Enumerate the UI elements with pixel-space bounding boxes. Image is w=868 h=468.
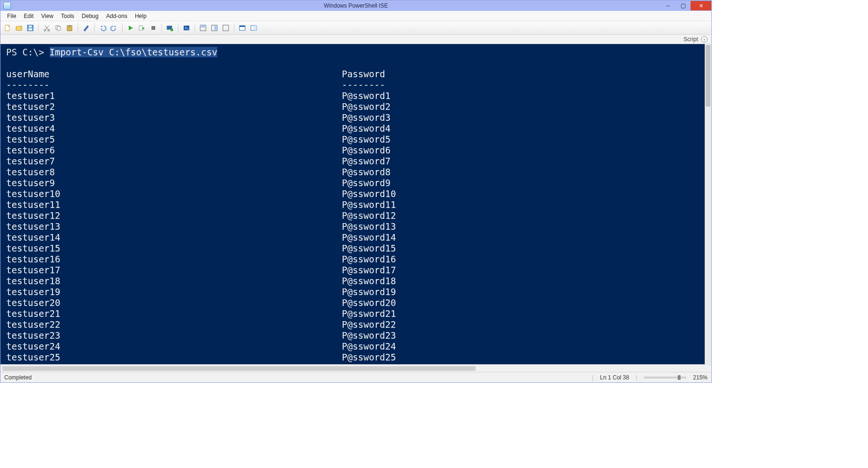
toolbar-separator — [122, 23, 123, 33]
window-buttons — [660, 1, 711, 10]
status-text: Completed — [4, 374, 32, 381]
new-icon[interactable] — [2, 23, 13, 33]
menu-debug[interactable]: Debug — [78, 12, 102, 20]
run-selection-icon[interactable] — [137, 23, 147, 33]
svg-rect-16 — [200, 25, 206, 27]
powershell-icon[interactable] — [181, 23, 192, 33]
toolbar-separator — [161, 23, 162, 33]
toolbar-separator — [178, 23, 178, 33]
horizontal-scroll-thumb[interactable] — [2, 366, 476, 371]
svg-rect-18 — [214, 25, 217, 31]
show-script-top-icon[interactable] — [198, 23, 208, 33]
zoom-level: 215% — [693, 374, 708, 381]
cursor-position: Ln 1 Col 38 — [600, 374, 629, 381]
menu-addons[interactable]: Add-ons — [102, 12, 131, 20]
svg-rect-21 — [239, 26, 245, 27]
paste-icon[interactable] — [64, 23, 75, 33]
save-icon[interactable] — [25, 23, 35, 33]
cut-icon[interactable] — [42, 23, 52, 33]
run-script-icon[interactable] — [125, 23, 136, 33]
show-script-right-icon[interactable] — [209, 23, 220, 33]
menu-file[interactable]: File — [3, 12, 20, 20]
menu-tools[interactable]: Tools — [57, 12, 78, 20]
maximize-button[interactable] — [675, 1, 691, 10]
svg-point-13 — [170, 28, 173, 31]
toolbar-separator — [78, 23, 78, 33]
menubar: File Edit View Tools Debug Add-ons Help — [0, 11, 711, 21]
titlebar[interactable]: Windows PowerShell ISE — [0, 0, 711, 11]
menu-help[interactable]: Help — [131, 12, 151, 20]
vertical-scroll-thumb[interactable] — [706, 45, 710, 107]
open-icon[interactable] — [14, 23, 24, 33]
app-window: Windows PowerShell ISE File Edit View To… — [0, 0, 712, 383]
toolbar-separator — [38, 23, 39, 33]
status-bar: Completed | Ln 1 Col 38 | 215% — [0, 372, 711, 382]
console-pane[interactable]: PS C:\> Import-Csv C:\fso\testusers.csv … — [0, 44, 711, 364]
redo-icon[interactable] — [109, 23, 119, 33]
script-pane-header[interactable]: Script ⌄ — [0, 35, 711, 44]
zoom-slider[interactable] — [644, 377, 686, 378]
new-remote-icon[interactable] — [165, 23, 175, 33]
toolbar — [0, 21, 711, 35]
svg-rect-7 — [57, 27, 61, 30]
undo-icon[interactable] — [97, 23, 108, 33]
show-command-icon[interactable] — [237, 23, 248, 33]
copy-icon[interactable] — [53, 23, 63, 33]
svg-rect-11 — [151, 26, 155, 30]
svg-rect-23 — [254, 26, 257, 30]
app-icon — [3, 2, 11, 9]
show-script-max-icon[interactable] — [221, 23, 231, 33]
window-title: Windows PowerShell ISE — [324, 2, 388, 9]
minimize-button[interactable] — [660, 1, 675, 10]
vertical-scrollbar[interactable] — [705, 44, 711, 364]
close-button[interactable] — [691, 1, 711, 10]
clear-icon[interactable] — [81, 23, 91, 33]
menu-view[interactable]: View — [37, 12, 57, 20]
menu-edit[interactable]: Edit — [20, 12, 37, 20]
stop-icon[interactable] — [148, 23, 159, 33]
horizontal-scrollbar[interactable] — [0, 364, 711, 372]
console-output[interactable]: PS C:\> Import-Csv C:\fso\testusers.csv … — [6, 47, 705, 363]
toolbar-separator — [234, 23, 234, 33]
svg-rect-9 — [69, 25, 71, 27]
toolbar-separator — [195, 23, 195, 33]
expand-script-icon[interactable]: ⌄ — [701, 36, 708, 43]
svg-rect-19 — [223, 25, 229, 31]
script-pane-label: Script — [683, 36, 698, 43]
svg-rect-3 — [29, 26, 32, 27]
svg-rect-10 — [139, 26, 142, 30]
toolbar-separator — [94, 23, 95, 33]
svg-rect-2 — [28, 28, 32, 30]
show-command-addon-icon[interactable] — [248, 23, 259, 33]
